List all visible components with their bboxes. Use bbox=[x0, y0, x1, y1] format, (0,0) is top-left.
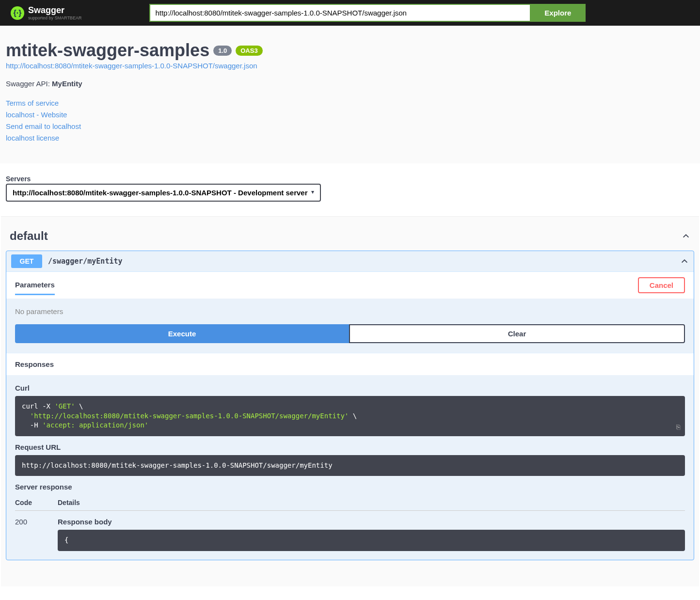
api-title: mtitek-swagger-samples bbox=[6, 40, 209, 61]
servers-label: Servers bbox=[6, 175, 694, 183]
curl-label: Curl bbox=[15, 384, 685, 392]
code-column-header: Code bbox=[15, 499, 58, 506]
brand-subtitle: supported by SMARTBEAR bbox=[28, 16, 81, 20]
response-body-label: Response body bbox=[58, 518, 685, 526]
response-body-block: { bbox=[58, 530, 685, 551]
servers-section: Servers http://localhost:8080/mtitek-swa… bbox=[1, 163, 699, 217]
version-badge: 1.0 bbox=[213, 46, 232, 56]
request-url-block: http://localhost:8080/mtitek-swagger-sam… bbox=[15, 455, 685, 476]
parameters-title: Parameters bbox=[15, 281, 55, 295]
spec-url-input[interactable] bbox=[149, 4, 530, 22]
api-info: mtitek-swagger-samples 1.0 OAS3 http://l… bbox=[1, 40, 699, 144]
server-response-label: Server response bbox=[15, 483, 685, 491]
chevron-up-icon bbox=[682, 232, 690, 240]
email-link[interactable]: Send email to localhost bbox=[6, 121, 694, 132]
responses-title: Responses bbox=[6, 353, 694, 375]
no-parameters-text: No parameters bbox=[15, 307, 63, 316]
oas-badge: OAS3 bbox=[236, 46, 262, 56]
operation-summary[interactable]: GET /swagger/myEntity bbox=[6, 251, 694, 271]
execute-button[interactable]: Execute bbox=[15, 324, 349, 343]
api-description: Swagger API: MyEntity bbox=[6, 79, 694, 88]
terms-link[interactable]: Terms of service bbox=[6, 97, 694, 109]
curl-command: curl -X 'GET' \ 'http://localhost:8080/m… bbox=[15, 396, 685, 436]
explore-button[interactable]: Explore bbox=[530, 4, 586, 22]
request-url-label: Request URL bbox=[15, 443, 685, 451]
website-link[interactable]: localhost - Website bbox=[6, 109, 694, 121]
status-code-200: 200 bbox=[15, 518, 58, 551]
copy-icon[interactable]: ⎘ bbox=[676, 423, 680, 432]
spec-url-link[interactable]: http://localhost:8080/mtitek-swagger-sam… bbox=[6, 62, 694, 70]
clear-button[interactable]: Clear bbox=[349, 324, 685, 343]
server-select[interactable]: http://localhost:8080/mtitek-swagger-sam… bbox=[6, 184, 321, 202]
details-column-header: Details bbox=[58, 499, 685, 506]
operation-path: /swagger/myEntity bbox=[48, 257, 123, 266]
method-badge-get: GET bbox=[11, 254, 42, 268]
cancel-button[interactable]: Cancel bbox=[638, 277, 685, 293]
tag-default-header[interactable]: default bbox=[6, 221, 694, 251]
topbar: {·} Swagger supported by SMARTBEAR Explo… bbox=[0, 0, 700, 26]
tag-name: default bbox=[10, 229, 48, 243]
chevron-up-icon bbox=[680, 257, 689, 266]
swagger-logo[interactable]: {·} Swagger supported by SMARTBEAR bbox=[11, 5, 81, 20]
license-link[interactable]: localhost license bbox=[6, 132, 694, 144]
brand-name: Swagger bbox=[28, 5, 81, 16]
braces-icon: {·} bbox=[11, 6, 24, 20]
operation-get-myentity: GET /swagger/myEntity Parameters Cancel … bbox=[6, 251, 694, 560]
